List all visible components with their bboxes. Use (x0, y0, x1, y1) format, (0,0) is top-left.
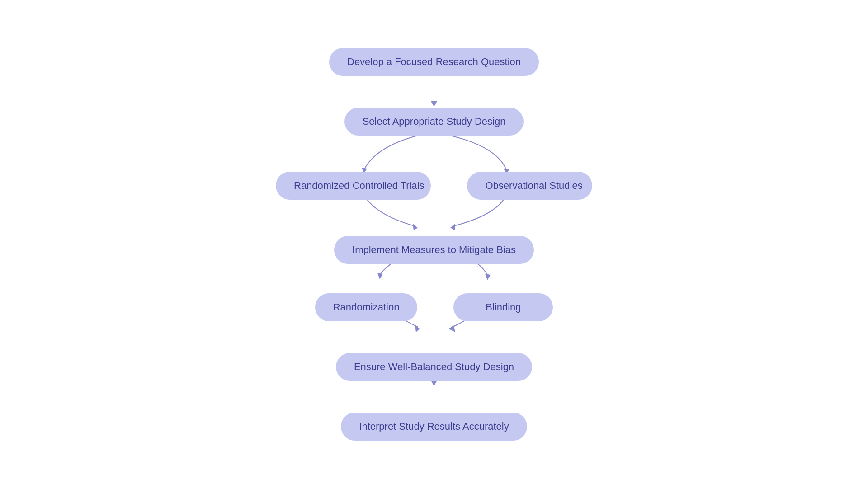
node-1-label: Develop a Focused Research Question (329, 48, 539, 76)
node-4-label: Implement Measures to Mitigate Bias (334, 236, 534, 264)
svg-marker-1 (431, 101, 437, 107)
svg-marker-9 (449, 325, 455, 332)
svg-marker-4 (413, 224, 418, 230)
svg-marker-7 (485, 274, 491, 280)
node-well-balanced: Ensure Well-Balanced Study Design (336, 353, 532, 381)
branch-row-1: Randomized Controlled Trials Observation… (276, 172, 592, 200)
svg-marker-11 (431, 380, 437, 386)
node-mitigate-bias: Implement Measures to Mitigate Bias (334, 236, 534, 264)
node-obs-label: Observational Studies (467, 172, 592, 200)
node-randomization-label: Randomization (315, 293, 418, 321)
node-select-design: Select Appropriate Study Design (344, 108, 524, 136)
node-blinding-label: Blinding (453, 293, 553, 321)
node-develop-question: Develop a Focused Research Question (329, 48, 539, 76)
node-7-label: Interpret Study Results Accurately (341, 413, 527, 441)
node-interpret-results: Interpret Study Results Accurately (341, 413, 527, 441)
node-6-label: Ensure Well-Balanced Study Design (336, 353, 532, 381)
node-2-label: Select Appropriate Study Design (344, 108, 524, 136)
flowchart-container: Develop a Focused Research Question Sele… (276, 48, 592, 441)
svg-marker-8 (415, 325, 420, 332)
node-rct-label: Randomized Controlled Trials (276, 172, 431, 200)
branch-row-2: Randomization Blinding (276, 293, 592, 321)
svg-marker-6 (377, 273, 383, 279)
svg-marker-5 (450, 224, 455, 230)
